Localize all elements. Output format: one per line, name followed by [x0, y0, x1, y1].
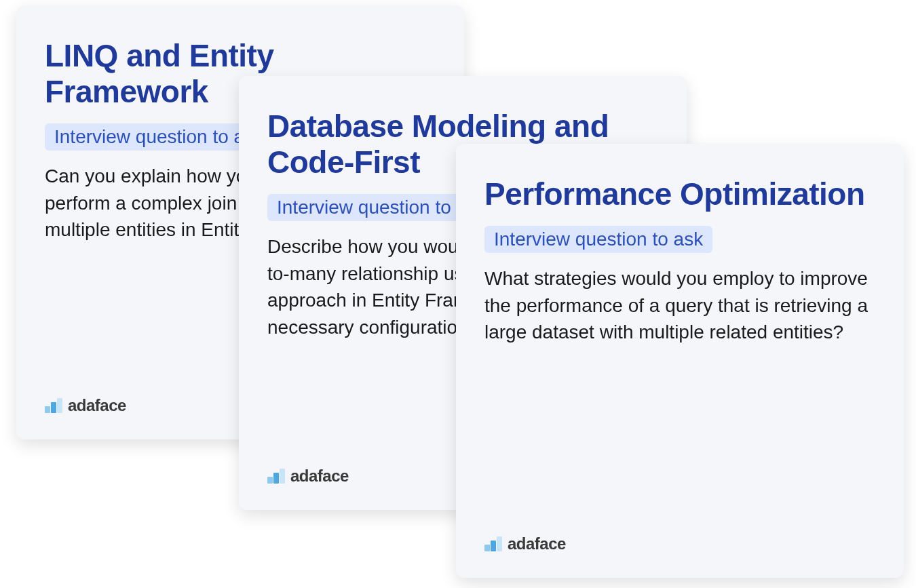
card-title: Performance Optimization — [484, 176, 875, 212]
logo-text: adaface — [508, 534, 566, 553]
badge-label: Interview question to ask — [484, 226, 712, 253]
interview-card-3: Performance Optimization Interview quest… — [456, 144, 904, 578]
logo: adaface — [484, 534, 566, 553]
logo: adaface — [45, 396, 126, 415]
logo-text: adaface — [290, 467, 349, 486]
logo-icon — [45, 398, 62, 413]
logo-icon — [267, 469, 285, 484]
logo-icon — [484, 536, 502, 551]
logo-text: adaface — [68, 396, 126, 415]
card-body: What strategies would you employ to impr… — [484, 265, 875, 346]
logo: adaface — [267, 467, 349, 486]
